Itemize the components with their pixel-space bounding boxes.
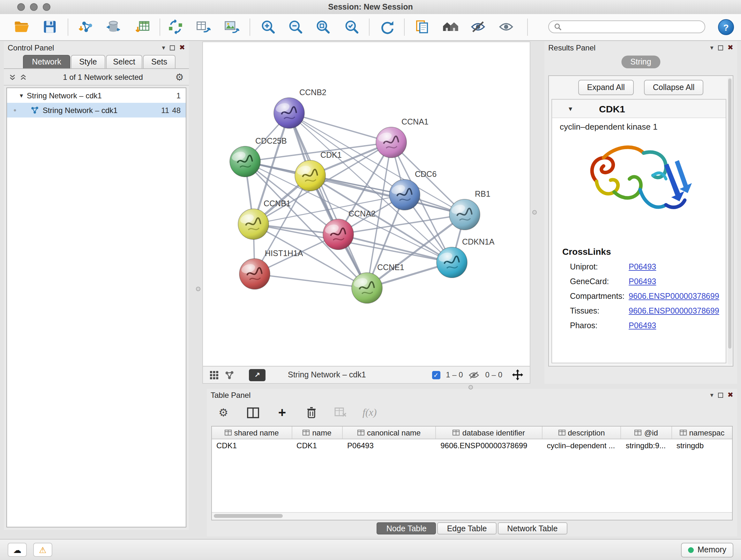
open-session-button[interactable]	[10, 16, 33, 38]
column-header[interactable]: @id	[621, 427, 672, 439]
network-node-rb1[interactable]	[449, 199, 480, 230]
table-row[interactable]: CDK1 CDK1 P06493 9606.ENSP00000378699 cy…	[212, 439, 732, 452]
panel-menu-icon[interactable]: ▾	[711, 44, 714, 51]
splitter-handle[interactable]	[532, 210, 537, 214]
expand-all-icon[interactable]	[20, 74, 27, 80]
tab-network-table[interactable]: Network Table	[497, 522, 567, 535]
search-input[interactable]	[565, 22, 699, 32]
import-network-database-button[interactable]	[102, 16, 125, 38]
zoom-selected-button[interactable]	[340, 16, 363, 38]
section-collapse-icon[interactable]: ▾	[569, 105, 572, 113]
network-node-cdc6[interactable]	[389, 179, 420, 210]
column-header[interactable]: database identifier	[436, 427, 542, 439]
panel-close-icon[interactable]: ✖	[728, 44, 733, 51]
function-builder-icon[interactable]: f(x)	[362, 407, 377, 418]
column-header[interactable]: description	[542, 427, 621, 439]
zoom-out-button[interactable]	[284, 16, 307, 38]
pan-crosshair-icon[interactable]	[512, 369, 523, 381]
panel-close-icon[interactable]: ✖	[179, 44, 185, 51]
tree-expanded-icon[interactable]: ▾	[20, 92, 23, 99]
table-horizontal-scrollbar[interactable]	[212, 512, 732, 520]
network-collection-row[interactable]: ▾ String Network – cdk1 1	[7, 88, 186, 103]
string-tab-badge[interactable]: String	[621, 56, 660, 68]
tab-node-table[interactable]: Node Table	[377, 522, 436, 535]
selected-checkbox-icon[interactable]: ✓	[432, 371, 440, 379]
export-image-button[interactable]	[219, 16, 243, 38]
network-node-ccna1[interactable]	[376, 127, 407, 158]
table-settings-gear-icon[interactable]: ⚙	[216, 405, 231, 420]
add-column-icon[interactable]: +	[274, 405, 290, 420]
splitter-handle[interactable]	[196, 287, 200, 291]
expand-all-button[interactable]: Expand All	[578, 80, 634, 95]
detach-view-button[interactable]: ↗	[249, 369, 266, 381]
cell-id[interactable]: stringdb:9...	[621, 439, 672, 452]
column-header[interactable]: canonical name	[343, 427, 436, 439]
network-canvas[interactable]: CCNB2CCNA1CDC25BCDK1CDC6RB1CCNB1CCNA2CDK…	[203, 42, 530, 366]
cell-description[interactable]: cyclin–dependent ...	[542, 439, 621, 452]
warnings-button[interactable]: ⚠	[33, 543, 52, 557]
tab-sets[interactable]: Sets	[143, 55, 176, 68]
column-header[interactable]: name	[292, 427, 343, 439]
network-edge[interactable]	[289, 113, 367, 288]
column-header[interactable]: namespac	[672, 427, 732, 439]
panel-close-icon[interactable]: ✖	[728, 391, 733, 398]
copy-document-button[interactable]	[410, 16, 433, 38]
node-table[interactable]: shared name name canonical name database…	[211, 426, 733, 520]
hidden-eye-slash-icon[interactable]	[469, 371, 480, 379]
tab-select[interactable]: Select	[106, 55, 142, 68]
show-columns-icon[interactable]	[245, 405, 260, 420]
network-node-cdkn1a[interactable]	[436, 247, 467, 278]
save-session-button[interactable]	[38, 16, 61, 38]
graph-view-icon[interactable]	[225, 370, 234, 380]
zoom-in-button[interactable]	[257, 16, 280, 38]
cell-canonical-name[interactable]: P06493	[343, 439, 436, 452]
network-node-cdk1[interactable]	[295, 160, 326, 191]
panel-float-icon[interactable]	[718, 45, 723, 50]
crosslink-link[interactable]: P06493	[629, 277, 656, 286]
cloud-button[interactable]: ☁	[8, 543, 27, 557]
first-neighbors-button[interactable]	[439, 16, 462, 38]
tab-style[interactable]: Style	[71, 55, 105, 68]
cell-namespace[interactable]: stringdb	[672, 439, 732, 452]
collapse-all-icon[interactable]	[9, 74, 16, 80]
protein-section-header[interactable]: ▾ CDK1	[552, 100, 726, 118]
memory-button[interactable]: Memory	[681, 543, 733, 557]
panel-menu-icon[interactable]: ▾	[162, 44, 165, 51]
network-node-ccne1[interactable]	[352, 273, 382, 303]
network-row-selected[interactable]: ● String Network – cdk1 11 48	[7, 103, 186, 118]
crosslink-link[interactable]: 9606.ENSP00000378699	[629, 306, 719, 315]
splitter-handle[interactable]	[468, 385, 473, 389]
results-scrollbar[interactable]	[728, 77, 732, 365]
panel-float-icon[interactable]	[718, 392, 723, 397]
tab-network[interactable]: Network	[23, 55, 70, 68]
help-button[interactable]: ?	[718, 19, 734, 35]
panel-float-icon[interactable]	[170, 45, 175, 50]
gear-icon[interactable]: ⚙	[175, 72, 184, 82]
tab-edge-table[interactable]: Edge Table	[437, 522, 496, 535]
cell-name[interactable]: CDK1	[292, 439, 343, 452]
network-node-ccna2[interactable]	[323, 219, 354, 250]
show-all-button[interactable]	[495, 16, 518, 38]
panel-menu-icon[interactable]: ▾	[711, 392, 714, 398]
search-box[interactable]	[548, 20, 705, 33]
birdseye-icon[interactable]	[209, 370, 219, 380]
export-network-button[interactable]	[192, 16, 214, 38]
hide-selected-button[interactable]	[467, 16, 489, 38]
network-node-hist1h1a[interactable]	[239, 259, 270, 289]
delete-column-trash-icon[interactable]	[304, 405, 319, 420]
cell-database-identifier[interactable]: 9606.ENSP00000378699	[436, 439, 542, 452]
apply-layout-button[interactable]	[375, 16, 398, 38]
new-network-button[interactable]	[164, 16, 187, 38]
network-node-ccnb2[interactable]	[274, 98, 305, 128]
zoom-fit-button[interactable]	[312, 16, 334, 38]
network-node-cdc25b[interactable]	[230, 146, 260, 177]
crosslink-link[interactable]: 9606.ENSP00000378699	[629, 292, 719, 300]
crosslink-link[interactable]: P06493	[629, 262, 656, 271]
network-edge[interactable]	[255, 274, 367, 288]
column-header[interactable]: shared name	[212, 427, 292, 439]
network-node-ccnb1[interactable]	[238, 209, 269, 240]
collapse-all-button[interactable]: Collapse All	[644, 80, 704, 95]
crosslink-link[interactable]: P06493	[629, 321, 656, 330]
cell-shared-name[interactable]: CDK1	[212, 439, 292, 452]
import-table-button[interactable]	[131, 16, 154, 38]
